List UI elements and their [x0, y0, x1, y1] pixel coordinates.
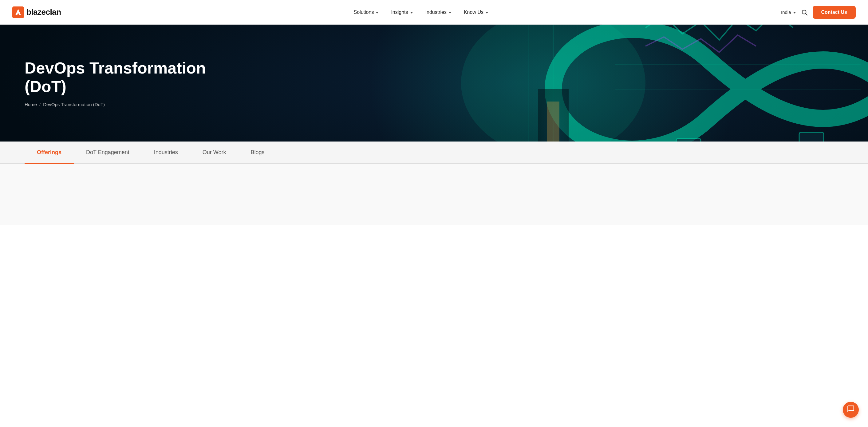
- region-selector[interactable]: India: [781, 9, 796, 15]
- chevron-down-icon: [448, 12, 452, 13]
- chevron-down-icon: [793, 12, 796, 13]
- navbar-right: India Contact Us: [781, 6, 856, 19]
- nav-item-know-us[interactable]: Know Us: [459, 7, 493, 18]
- navbar-left: blazeclan: [12, 6, 61, 18]
- sub-nav: Offerings DoT Engagement Industries Our …: [0, 142, 868, 164]
- sub-nav-industries[interactable]: Industries: [142, 142, 190, 164]
- sub-nav-our-work[interactable]: Our Work: [190, 142, 239, 164]
- logo-link[interactable]: blazeclan: [12, 6, 61, 18]
- chevron-down-icon: [410, 12, 413, 13]
- chevron-down-icon: [376, 12, 379, 13]
- svg-rect-14: [676, 138, 701, 142]
- svg-rect-25: [547, 102, 559, 142]
- logo-icon: [12, 6, 24, 18]
- navbar-nav: Solutions Insights Industries Know Us: [349, 7, 493, 18]
- svg-line-3: [806, 13, 807, 15]
- hero-content: DevOps Transformation (DoT) Home / DevOp…: [0, 59, 264, 107]
- chevron-down-icon: [485, 12, 488, 13]
- contact-us-button[interactable]: Contact Us: [813, 6, 856, 19]
- navbar: blazeclan Solutions Insights Industries …: [0, 0, 868, 25]
- breadcrumb: Home / DevOps Transformation (DoT): [25, 102, 240, 107]
- breadcrumb-separator: /: [39, 102, 40, 107]
- hero-title: DevOps Transformation (DoT): [25, 59, 240, 96]
- hero-banner: DevOps Transformation (DoT) Home / DevOp…: [0, 25, 868, 142]
- svg-rect-16: [799, 132, 824, 142]
- sub-nav-offerings[interactable]: Offerings: [25, 142, 74, 164]
- blazeclan-logo-icon: [12, 6, 24, 18]
- breadcrumb-home[interactable]: Home: [25, 102, 37, 107]
- main-content: [0, 164, 868, 225]
- nav-item-solutions[interactable]: Solutions: [349, 7, 384, 18]
- search-icon[interactable]: [801, 9, 808, 16]
- sub-nav-blogs[interactable]: Blogs: [239, 142, 277, 164]
- breadcrumb-current: DevOps Transformation (DoT): [43, 102, 105, 107]
- nav-item-insights[interactable]: Insights: [386, 7, 418, 18]
- nav-item-industries[interactable]: Industries: [421, 7, 457, 18]
- logo-text: blazeclan: [26, 7, 61, 17]
- sub-nav-dot-engagement[interactable]: DoT Engagement: [74, 142, 142, 164]
